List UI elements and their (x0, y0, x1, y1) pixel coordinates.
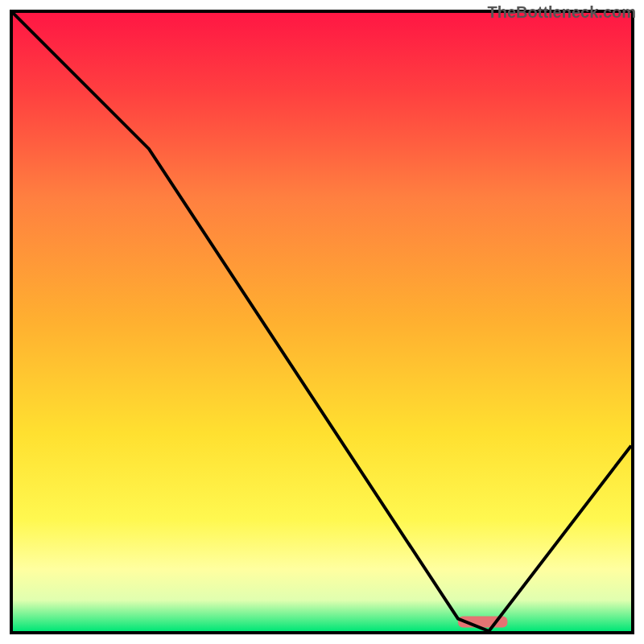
watermark-text: TheBottleneck.com (488, 3, 636, 22)
chart-frame (10, 10, 634, 634)
chart-container: TheBottleneck.com (0, 0, 644, 644)
plot-area (13, 13, 631, 631)
chart-svg (13, 13, 631, 631)
